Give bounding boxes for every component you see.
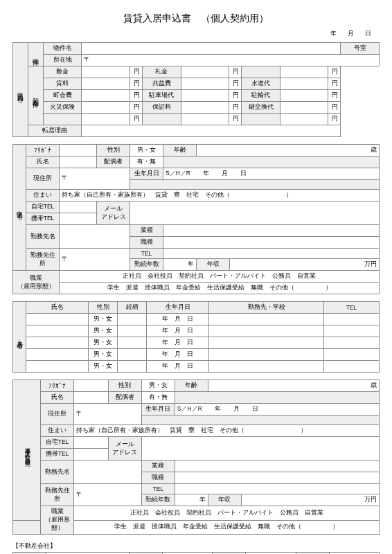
lbl-htel: 自宅TEL bbox=[26, 202, 60, 213]
lbl-job: 職業（雇用形態） bbox=[13, 271, 60, 294]
lbl-worktel: TEL bbox=[130, 249, 163, 259]
section-application-content: 申込内容 物件 物件名 号室 所在地 〒 契約条件 敷金 円 礼金 円 円 賃料… bbox=[12, 42, 380, 137]
field-work[interactable] bbox=[60, 225, 130, 249]
field-addr[interactable]: 〒 bbox=[82, 55, 380, 66]
section-applicant: 申込者 ﾌﾘｶﾞﾅ 性別 男・女 年齢 歳 氏名 配偶者 有・無 現住所 〒 生… bbox=[12, 144, 380, 294]
section-residents: 入居者 氏名 性別 続柄 生年月日 勤務先・学校 TEL 男・女年 月 日 男・… bbox=[12, 301, 380, 373]
side-guarantor: 連帯保証人・緊急連絡先 bbox=[13, 380, 41, 521]
field-name[interactable] bbox=[60, 157, 97, 168]
hdr-gender: 性別 bbox=[89, 302, 118, 314]
lbl-mail: メールアドレス bbox=[97, 202, 130, 225]
lbl-rent: 賃料 bbox=[43, 78, 81, 90]
lbl-dob: 生年月日 bbox=[130, 168, 163, 180]
field-industry[interactable] bbox=[163, 225, 380, 237]
lbl-name: 氏名 bbox=[26, 157, 60, 168]
lbl-bike: 駐輪代 bbox=[242, 90, 280, 102]
field-job1[interactable]: 正社員 会社役員 契約社員 パート・アルバイト 公務員 自営業 bbox=[60, 271, 380, 283]
page-title: 賃貸入居申込書 （個人契約用） bbox=[12, 12, 380, 25]
field-housing[interactable]: 持ち家（自己所有・家族所有） 賃貸 寮 社宅 その他（ ） bbox=[60, 190, 380, 202]
date-line: 年月日 bbox=[12, 29, 380, 38]
lbl-spouse: 配偶者 bbox=[97, 157, 130, 168]
section-guarantor: 連帯保証人・緊急連絡先 ﾌﾘｶﾞﾅ 性別 男・女 年齢 歳 氏名 配偶者 有・無… bbox=[12, 379, 380, 535]
lbl-propname: 物件名 bbox=[43, 43, 81, 55]
lbl-water: 水道代 bbox=[242, 78, 280, 90]
field-dob[interactable]: S／H／R 年 月 日 bbox=[163, 168, 380, 180]
hdr-dob: 生年月日 bbox=[147, 302, 209, 314]
lbl-key: 礼金 bbox=[143, 66, 181, 78]
field-income[interactable]: 万円 bbox=[230, 259, 380, 271]
field-gender[interactable]: 男・女 bbox=[130, 145, 163, 157]
resident-row: 男・女年 月 日 bbox=[13, 314, 380, 325]
hdr-school: 勤務先・学校 bbox=[209, 302, 324, 314]
side-terms: 契約条件 bbox=[28, 66, 43, 125]
lbl-room: 号室 bbox=[341, 43, 380, 55]
side-residents: 入居者 bbox=[13, 302, 26, 373]
lbl-workaddr: 勤務先住所 bbox=[26, 249, 60, 271]
field-reason[interactable] bbox=[82, 125, 341, 137]
lbl-age: 年齢 bbox=[163, 145, 197, 157]
side-property: 物件 bbox=[28, 43, 43, 66]
lbl-addr: 所在地 bbox=[43, 55, 81, 66]
field-deposit[interactable] bbox=[82, 66, 130, 78]
field-curr-addr[interactable]: 〒 bbox=[60, 168, 130, 190]
field-propname[interactable] bbox=[82, 43, 341, 55]
lbl-mtel: 携帯TEL bbox=[26, 213, 60, 225]
field-spouse[interactable]: 有・無 bbox=[130, 157, 163, 168]
lbl-reason: 転居理由 bbox=[28, 125, 81, 137]
resident-row: 男・女年 月 日 bbox=[13, 337, 380, 349]
side-app-content: 申込内容 bbox=[13, 43, 28, 137]
lbl-tenure: 勤続年数 bbox=[130, 259, 163, 271]
field-mail[interactable] bbox=[130, 202, 380, 225]
lbl-housing: 住まい bbox=[26, 190, 60, 202]
field-job2[interactable]: 学生 派遣 団体職員 年金受給 生活保護受給 無職 その他（ ） bbox=[60, 283, 380, 294]
lbl-gender: 性別 bbox=[97, 145, 130, 157]
hdr-tel: TEL bbox=[324, 302, 380, 314]
field-age[interactable]: 歳 bbox=[197, 145, 380, 157]
hdr-name: 氏名 bbox=[26, 302, 89, 314]
lbl-deposit: 敷金 bbox=[43, 66, 81, 78]
field-position[interactable] bbox=[163, 237, 380, 249]
field-key[interactable] bbox=[181, 66, 229, 78]
hdr-rel: 続柄 bbox=[118, 302, 147, 314]
lbl-curr-addr: 現住所 bbox=[26, 168, 60, 190]
field-workaddr[interactable]: 〒 bbox=[60, 249, 130, 271]
field-htel[interactable] bbox=[60, 202, 97, 213]
lbl-kana: ﾌﾘｶﾞﾅ bbox=[26, 145, 60, 157]
lbl-fire: 火災保険 bbox=[43, 102, 81, 114]
lbl-income: 年収 bbox=[197, 259, 230, 271]
lbl-keyex: 鍵交換代 bbox=[242, 102, 280, 114]
resident-row: 男・女年 月 日 bbox=[13, 361, 380, 373]
resident-row: 男・女年 月 日 bbox=[13, 325, 380, 337]
lbl-common: 共益費 bbox=[143, 78, 181, 90]
lbl-guarantee: 保証料 bbox=[143, 102, 181, 114]
side-applicant: 申込者 bbox=[13, 145, 26, 271]
lbl-town: 町会費 bbox=[43, 90, 81, 102]
resident-row: 男・女年 月 日 bbox=[13, 349, 380, 361]
field-tenure[interactable]: 年 bbox=[163, 259, 197, 271]
lbl-work: 勤務先名 bbox=[26, 225, 60, 249]
field-worktel[interactable] bbox=[163, 249, 380, 259]
agency-title: 【不動産会社】 bbox=[12, 542, 380, 551]
lbl-parking: 駐車場代 bbox=[143, 90, 181, 102]
field-kana[interactable] bbox=[60, 145, 97, 157]
lbl-position: 職種 bbox=[130, 237, 163, 249]
lbl-industry: 業種 bbox=[130, 225, 163, 237]
field-mtel[interactable] bbox=[60, 213, 97, 225]
